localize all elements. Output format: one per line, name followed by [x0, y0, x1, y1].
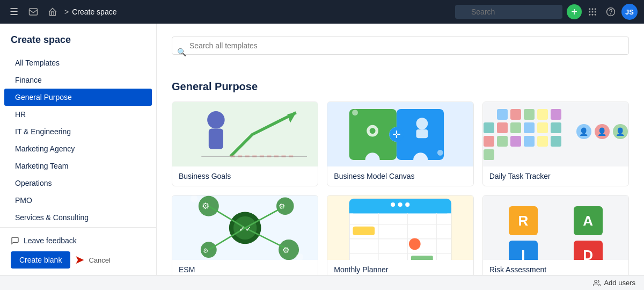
template-card-mp[interactable]: Monthly Planner [327, 195, 473, 275]
template-search-input[interactable] [172, 37, 629, 55]
svg-rect-60 [353, 226, 375, 235]
template-label-mp: Monthly Planner [327, 260, 473, 275]
create-blank-button[interactable]: Create blank [11, 251, 70, 269]
svg-point-30 [352, 110, 358, 115]
svg-point-64 [398, 202, 402, 207]
template-thumb-esm: ⚙ ⚙ ⚙ ⚙ ✓✓ [172, 195, 318, 260]
topnav-actions: + JS [567, 4, 638, 20]
content-area: 🔍 General Purpose [157, 24, 644, 275]
svg-text:⚙: ⚙ [282, 245, 289, 254]
template-label-bmc: Business Model Canvas [327, 166, 473, 186]
template-card-dtt[interactable]: 👤 👤 👤 Daily Task Tracker [482, 102, 629, 186]
sidebar-item-pmo[interactable]: PMO [4, 192, 152, 209]
sidebar-item-finance[interactable]: Finance [4, 71, 152, 89]
section-title: General Purpose [172, 81, 629, 93]
template-label-ra: Risk Assessment [483, 260, 628, 275]
create-row: Create blank ➤ Cancel [11, 251, 145, 269]
mail-icon[interactable] [26, 4, 41, 19]
svg-point-31 [437, 149, 443, 155]
sidebar-title: Create space [0, 34, 156, 54]
add-users-button[interactable]: Add users [593, 279, 635, 287]
ra-cell-a: A [574, 206, 603, 235]
templates-grid: Business Goals [172, 102, 629, 275]
svg-text:✛: ✛ [392, 129, 401, 140]
template-card-esm[interactable]: ⚙ ⚙ ⚙ ⚙ ✓✓ ESM [172, 195, 318, 275]
search-input[interactable] [455, 5, 562, 19]
svg-point-13 [207, 111, 225, 129]
cancel-label[interactable]: Cancel [89, 256, 110, 264]
template-thumb-mp [327, 195, 473, 260]
template-card-ra[interactable]: R A I D Risk Assessment [482, 195, 629, 275]
svg-point-28 [370, 128, 376, 134]
svg-point-25 [416, 118, 428, 129]
svg-point-1 [589, 8, 590, 10]
svg-point-21 [365, 153, 380, 166]
avatar[interactable]: JS [621, 4, 638, 20]
template-label-dtt: Daily Task Tracker [483, 166, 628, 186]
template-label-esm: ESM [172, 260, 318, 275]
add-button[interactable]: + [567, 4, 582, 19]
top-navigation: ☰ > Create space 🔍 + [0, 0, 644, 24]
template-thumb-dtt: 👤 👤 👤 [483, 102, 628, 166]
help-icon[interactable] [603, 4, 618, 19]
leave-feedback-button[interactable]: Leave feedback [11, 234, 145, 247]
sidebar-item-operations[interactable]: Operations [4, 175, 152, 192]
template-thumb-ra: R A I D [483, 195, 628, 260]
template-label-business-goals: Business Goals [172, 166, 318, 186]
statusbar: Add users [0, 275, 644, 290]
home-icon[interactable] [45, 4, 60, 19]
search-wrapper: 🔍 [455, 5, 562, 19]
sidebar-item-it-engineering[interactable]: IT & Engineering [4, 123, 152, 140]
svg-point-63 [391, 202, 395, 207]
svg-rect-62 [411, 256, 433, 260]
svg-point-6 [595, 11, 596, 13]
svg-point-8 [592, 14, 594, 16]
svg-point-3 [595, 8, 596, 10]
svg-rect-0 [30, 9, 38, 15]
svg-text:⚙: ⚙ [203, 247, 209, 254]
sidebar: Create space All Templates Finance Gener… [0, 24, 157, 275]
ra-cell-r: R [509, 206, 538, 235]
svg-text:✓✓: ✓✓ [239, 225, 252, 233]
svg-point-9 [595, 14, 596, 16]
grid-icon[interactable] [585, 4, 600, 19]
menu-icon[interactable]: ☰ [6, 4, 21, 19]
svg-point-61 [409, 238, 421, 250]
svg-rect-53 [349, 207, 451, 213]
sidebar-item-marketing-agency[interactable]: Marketing Agency [4, 140, 152, 157]
svg-rect-26 [416, 129, 428, 138]
sidebar-footer: Leave feedback Create blank ➤ Cancel [0, 227, 156, 275]
svg-point-65 [405, 202, 409, 207]
template-search-wrapper: 🔍 [172, 37, 629, 68]
template-thumb-business-goals [172, 102, 318, 166]
svg-point-2 [592, 8, 594, 10]
sidebar-item-all-templates[interactable]: All Templates [4, 54, 152, 71]
svg-point-4 [589, 11, 590, 13]
svg-point-66 [595, 280, 597, 282]
template-card-business-goals[interactable]: Business Goals [172, 102, 318, 186]
template-thumb-bmc: ✛ [327, 102, 473, 166]
svg-point-24 [413, 153, 428, 166]
ra-cell-i: I [509, 241, 538, 260]
sidebar-item-marketing-team[interactable]: Marketing Team [4, 157, 152, 175]
sidebar-item-general-purpose[interactable]: General Purpose [4, 89, 152, 106]
svg-point-5 [592, 11, 594, 13]
arrow-right-icon: ➤ [75, 253, 84, 267]
svg-rect-14 [209, 128, 223, 149]
template-card-bmc[interactable]: ✛ Business Model Canvas [327, 102, 473, 186]
ra-cell-d: D [574, 241, 603, 260]
sidebar-item-services-consulting[interactable]: Services & Consulting [4, 209, 152, 226]
breadcrumb: > Create space [64, 8, 116, 16]
main-layout: Create space All Templates Finance Gener… [0, 24, 644, 275]
sidebar-item-hr[interactable]: HR [4, 106, 152, 123]
svg-point-7 [589, 14, 590, 16]
template-search-icon: 🔍 [177, 48, 186, 56]
svg-text:⚙: ⚙ [279, 202, 286, 211]
svg-text:⚙: ⚙ [202, 201, 209, 211]
svg-point-11 [611, 13, 611, 14]
